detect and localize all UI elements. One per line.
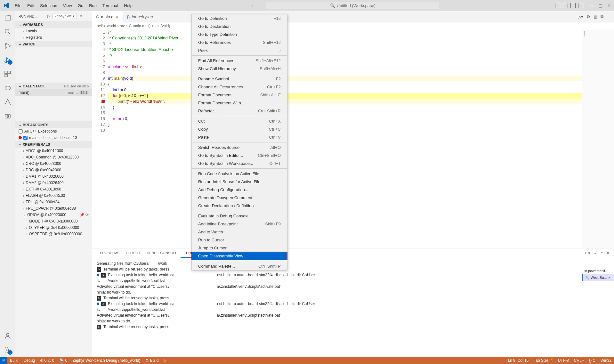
peripheral-item[interactable]: ⌄ GPIOA @ 0x40020000📌 ⟳ [15, 212, 92, 218]
menu-item[interactable]: Switch Header/SourceAlt+O [192, 143, 287, 151]
menu-item[interactable]: Refactor...Ctrl+Shift+R [192, 107, 287, 115]
code-line[interactable]: { [108, 81, 614, 87]
menu-item[interactable]: Open Disassembly View [192, 252, 287, 260]
statusbar-item[interactable]: CRLF [571, 358, 586, 363]
peripheral-item[interactable]: › DMA1 @ 0x40026000 [15, 173, 92, 180]
code-line[interactable]: int main(void) [108, 76, 614, 81]
minimize-icon[interactable]: — [590, 3, 594, 8]
config-dropdown[interactable]: Zephyr Wc ▾ [53, 13, 77, 19]
layout-icon[interactable] [570, 3, 576, 8]
editor-tab[interactable]: Cmain.c✕ [92, 11, 123, 22]
menu-item[interactable]: Add Debug Configuration... [192, 186, 287, 194]
editor-tab[interactable]: {}launch.json [123, 11, 157, 22]
peripheral-register[interactable]: › OSPEEDR @ 0x8 0x00000000 [15, 231, 92, 237]
code-line[interactable]: return 0; [108, 116, 614, 122]
menu-item[interactable]: Restart IntelliSense for Active File [192, 178, 287, 186]
add-terminal-icon[interactable]: + ▾ [585, 251, 590, 255]
peripheral-item[interactable]: › FPU @ 0xe000ef34 [15, 199, 92, 205]
code-line[interactable]: } [108, 122, 614, 127]
code-line[interactable] [108, 70, 614, 76]
menu-item[interactable]: Go to Symbol in Workspace...Ctrl+T [192, 159, 287, 167]
triangle-icon[interactable] [4, 98, 12, 106]
tree-item[interactable]: › Registers [15, 34, 92, 41]
tree-item[interactable]: › Locals [15, 28, 92, 34]
menu-file[interactable]: File [12, 2, 24, 9]
scm-icon[interactable] [4, 42, 12, 50]
menu-edit[interactable]: Edit [25, 2, 37, 9]
peripheral-item[interactable]: › DMA2 @ 0x40026400 [15, 180, 92, 186]
breakpoint-dot[interactable] [102, 100, 105, 103]
s-icon[interactable]: S [4, 112, 12, 120]
code-line[interactable] [108, 58, 614, 64]
statusbar-item[interactable]: ▷ [161, 358, 169, 363]
panel-tab-debug-console[interactable]: DEBUG CONSOLE [143, 248, 181, 258]
code-line[interactable] [108, 127, 614, 133]
peripheral-item[interactable]: › DBG @ 0xe0042000 [15, 167, 92, 173]
close-icon[interactable]: ✕ [607, 3, 611, 8]
menu-item[interactable]: CopyCtrl+C [192, 125, 287, 133]
section-breakpoints[interactable]: ⌄BREAKPOINTS [15, 121, 92, 128]
code-line[interactable] [108, 110, 614, 116]
code-line[interactable]: * Copyright (c) 2012-2014 Wind River [108, 35, 614, 41]
code-line[interactable]: /* [108, 29, 614, 35]
diff-icon[interactable]: ⧉ [601, 14, 603, 19]
menu-item[interactable]: Run Code Analysis on Active File [192, 170, 287, 178]
code-line[interactable]: ▸ for (i=0; i<10; i++) { [108, 93, 614, 99]
menu-item[interactable]: Add to Watch [192, 228, 287, 236]
peripheral-register[interactable]: › MODER @ 0x0 0xa8000000 [15, 218, 92, 224]
menu-item[interactable]: Find All ReferencesShift+Alt+F12 [192, 57, 287, 65]
menu-item[interactable]: Command Palette...Ctrl+Shift+P [192, 262, 287, 270]
search-icon[interactable] [4, 28, 12, 36]
breadcrumb-item[interactable]: src [120, 24, 125, 28]
nav-back-icon[interactable]: ← [251, 3, 255, 8]
peripheral-item[interactable]: › ADC1 @ 0x40012000 [15, 148, 92, 154]
section-watch[interactable]: ⌄WATCH [15, 41, 92, 47]
menu-item[interactable]: Add Inline BreakpointShift+F9 [192, 220, 287, 228]
start-debug-icon[interactable]: ▷ [47, 14, 50, 18]
menu-item[interactable]: Run to Cursor [192, 236, 287, 244]
menu-item[interactable]: Format Document With... [192, 99, 287, 107]
menu-run[interactable]: Run [86, 2, 99, 9]
peripheral-item[interactable]: › CRC @ 0x40023000 [15, 160, 92, 167]
peripheral-item[interactable]: › FLASH @ 0x40023c00 [15, 192, 92, 199]
menu-item[interactable]: Go to Type Definition [192, 30, 287, 38]
code-line[interactable]: */ [108, 53, 614, 58]
menu-item[interactable]: Go to DefinitionF12 [192, 14, 287, 22]
menu-item[interactable]: Change All OccurrencesCtrl+F2 [192, 83, 287, 91]
peripheral-register[interactable]: › OTYPER @ 0x4 0x00000000 [15, 224, 92, 231]
maximize-panel-icon[interactable]: ^ [601, 251, 603, 255]
statusbar-item[interactable]: Win32 [598, 358, 614, 363]
terminal-tab[interactable]: 🔧 West Bu... ✓ [582, 274, 614, 281]
breadcrumb[interactable]: hello_world›src›C main.c›⬡ main(void) [92, 22, 614, 29]
breadcrumb-item[interactable]: C main.c [129, 24, 144, 28]
menu-terminal[interactable]: Terminal [100, 2, 121, 9]
menu-item[interactable]: Go to ReferencesShift+F12 [192, 38, 287, 46]
close-tab-icon[interactable]: ✕ [115, 14, 119, 19]
breadcrumb-item[interactable]: hello_world [97, 24, 116, 28]
layout-icon[interactable] [563, 3, 568, 8]
menu-item[interactable]: Format DocumentShift+Alt+F [192, 91, 287, 99]
code-line[interactable]: } [108, 104, 614, 110]
menu-help[interactable]: Help [121, 2, 135, 9]
minimap[interactable]: |||||||||||||||||||||||||||||||||| [582, 29, 614, 248]
menu-item[interactable]: Peek› [192, 46, 287, 54]
menu-item[interactable]: Generate Doxygen Comment [192, 194, 287, 202]
close-panel-icon[interactable]: ✕ [606, 251, 610, 255]
peripheral-item[interactable]: › ADC_Common @ 0x40012300 [15, 154, 92, 160]
more-icon[interactable]: ⋯ [607, 14, 611, 19]
statusbar-item[interactable]: Build [7, 358, 21, 363]
layout-icon[interactable] [555, 3, 560, 8]
split-icon[interactable]: ▥ [594, 14, 597, 19]
remote-button[interactable]: ⎘ [0, 357, 7, 364]
menu-item[interactable]: Go to Declaration [192, 22, 287, 30]
statusbar-item[interactable]: 📡 0 [57, 358, 70, 363]
statusbar-item[interactable]: {} C [586, 358, 598, 363]
menu-item[interactable]: Evaluate in Debug Console [192, 212, 287, 220]
section-variables[interactable]: ⌄VARIABLES [15, 21, 92, 28]
zephyr-icon[interactable] [4, 84, 12, 92]
debug-icon[interactable]: 1 [4, 56, 12, 64]
menu-view[interactable]: View [61, 2, 75, 9]
panel-tab-output[interactable]: OUTPUT [123, 248, 143, 258]
menu-item[interactable]: Create Declaration / Definition [192, 202, 287, 210]
menu-item[interactable]: Rename SymbolF2 [192, 75, 287, 83]
